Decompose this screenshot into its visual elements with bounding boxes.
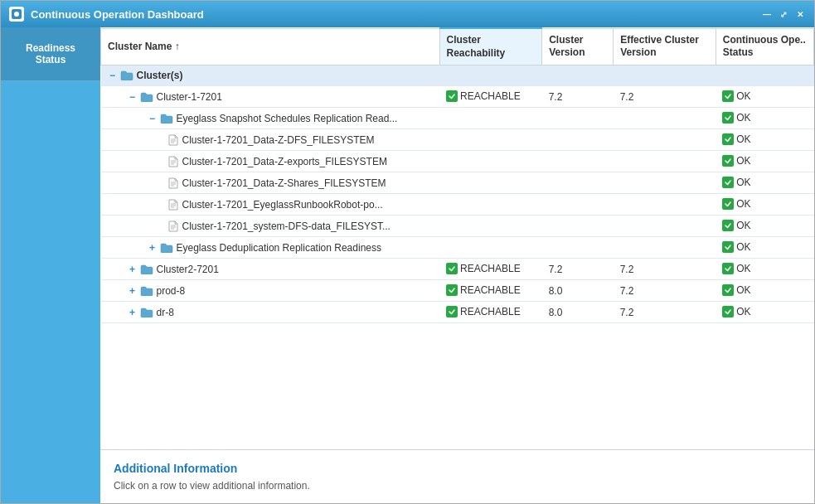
expand-icon[interactable]: +	[128, 308, 138, 317]
table-row[interactable]: + prod-8 REACHABLE 8.0 7.2 OK	[101, 280, 814, 302]
green-status-icon	[446, 306, 458, 317]
effective-version-cell	[614, 237, 716, 259]
status-badge: OK	[722, 155, 750, 167]
status-cell: OK	[716, 302, 813, 323]
status-cell: OK	[716, 86, 813, 108]
status-cell: OK	[716, 237, 813, 259]
green-status-icon	[722, 284, 734, 296]
table-row[interactable]: Cluster-1-7201_Data-Z-DFS_FILESYSTEM OK	[101, 129, 814, 151]
status-badge: OK	[722, 284, 750, 296]
status-badge: OK	[722, 263, 750, 274]
table-row[interactable]: Cluster-1-7201_Data-Z-exports_FILESYSTEM…	[101, 151, 814, 172]
status-badge: REACHABLE	[446, 306, 521, 317]
cluster-name-cell: − Eyeglass Snapshot Schedules Replicatio…	[101, 108, 440, 129]
status-badge: OK	[722, 133, 750, 145]
cluster-version-cell: 8.0	[542, 302, 614, 323]
folder-icon	[160, 114, 173, 124]
collapse-icon[interactable]: −	[148, 114, 158, 124]
cluster-name-cell: Cluster-1-7201_system-DFS-data_FILESYST.…	[101, 216, 440, 237]
info-panel: Additional Information Click on a row to…	[100, 449, 814, 503]
sidebar: Readiness Status	[1, 27, 100, 503]
status-cell: OK	[716, 172, 813, 194]
status-badge: OK	[722, 241, 750, 253]
folder-icon	[140, 308, 153, 317]
file-icon	[167, 177, 179, 189]
folder-icon	[140, 286, 153, 296]
svg-point-1	[14, 12, 19, 17]
cluster-version-cell: 7.2	[542, 259, 614, 280]
cluster-name-cell: + Eyeglass Deduplication Replication Rea…	[101, 237, 440, 259]
green-status-icon	[722, 155, 734, 167]
green-status-icon	[446, 263, 458, 274]
folder-icon	[120, 70, 133, 80]
cluster-version-cell: 7.2	[542, 86, 614, 108]
cluster-name-cell: + dr-8	[101, 302, 440, 323]
table-row[interactable]: Cluster-1-7201_system-DFS-data_FILESYST.…	[101, 216, 814, 237]
expand-icon[interactable]: +	[128, 264, 138, 274]
sidebar-item-readiness-status[interactable]: Readiness Status	[1, 27, 100, 81]
table-row[interactable]: − Cluster(s)	[101, 65, 814, 86]
green-status-icon	[722, 112, 734, 124]
col-cluster-reachability[interactable]: Cluster Reachability	[439, 28, 542, 65]
green-status-icon	[446, 284, 458, 296]
minimize-button[interactable]: —	[761, 8, 773, 20]
reachability-cell	[439, 129, 542, 151]
status-badge: REACHABLE	[446, 90, 521, 102]
group-name-cell: − Cluster(s)	[101, 65, 814, 86]
green-status-icon	[722, 263, 734, 274]
reachability-cell	[439, 172, 542, 194]
status-cell: OK	[716, 259, 813, 280]
info-panel-text: Click on a row to view additional inform…	[114, 480, 801, 492]
cluster-name-cell: Cluster-1-7201_Data-Z-DFS_FILESYSTEM	[101, 129, 440, 151]
green-status-icon	[722, 90, 734, 102]
status-badge: REACHABLE	[446, 284, 521, 296]
close-button[interactable]: ✕	[794, 8, 806, 20]
status-cell: OK	[716, 280, 813, 302]
table-row[interactable]: + Eyeglass Deduplication Replication Rea…	[101, 237, 814, 259]
main-area: Readiness Status Cluster Name ↑ Cluster …	[1, 27, 814, 503]
window-controls: — ⤢ ✕	[761, 8, 806, 20]
collapse-icon[interactable]: −	[128, 92, 138, 102]
col-continuous-ope-status[interactable]: Continuous Ope.. Status	[716, 28, 813, 65]
folder-icon	[140, 264, 153, 274]
effective-version-cell	[614, 129, 716, 151]
cluster-version-cell	[542, 194, 614, 216]
window: Continuous Operation Dashboard — ⤢ ✕ Rea…	[0, 0, 815, 504]
effective-version-cell: 7.2	[614, 302, 716, 323]
green-status-icon	[722, 177, 734, 188]
collapse-icon[interactable]: −	[108, 70, 118, 80]
titlebar: Continuous Operation Dashboard — ⤢ ✕	[1, 1, 814, 27]
expand-icon[interactable]: +	[128, 286, 138, 296]
table-row[interactable]: − Eyeglass Snapshot Schedules Replicatio…	[101, 108, 814, 129]
file-icon	[167, 134, 179, 146]
table-row[interactable]: Cluster-1-7201_Data-Z-Shares_FILESYSTEM …	[101, 172, 814, 194]
effective-version-cell	[614, 151, 716, 172]
reachability-cell: REACHABLE	[439, 86, 542, 108]
cluster-version-cell	[542, 108, 614, 129]
cluster-name-cell: − Cluster-1-7201	[101, 86, 440, 108]
cluster-version-cell	[542, 172, 614, 194]
effective-version-cell	[614, 108, 716, 129]
green-status-icon	[722, 306, 734, 317]
status-cell: OK	[716, 216, 813, 237]
window-title: Continuous Operation Dashboard	[31, 8, 761, 21]
reachability-cell	[439, 108, 542, 129]
green-status-icon	[722, 198, 734, 210]
app-icon	[9, 7, 24, 22]
table-row[interactable]: − Cluster-1-7201 REACHABLE 7.2 7.2 OK	[101, 86, 814, 108]
maximize-button[interactable]: ⤢	[778, 8, 789, 20]
col-cluster-version[interactable]: Cluster Version	[542, 28, 614, 65]
expand-icon[interactable]: +	[148, 243, 158, 253]
table-container[interactable]: Cluster Name ↑ Cluster Reachability Clus…	[100, 27, 814, 449]
reachability-cell: REACHABLE	[439, 259, 542, 280]
col-cluster-name[interactable]: Cluster Name ↑	[101, 28, 440, 65]
reachability-cell: REACHABLE	[439, 302, 542, 323]
green-status-icon	[722, 241, 734, 253]
effective-version-cell	[614, 194, 716, 216]
col-effective-cluster-version[interactable]: Effective Cluster Version	[614, 28, 716, 65]
table-row[interactable]: + Cluster2-7201 REACHABLE 7.2 7.2 OK	[101, 259, 814, 280]
table-row[interactable]: Cluster-1-7201_EyeglassRunbookRobot-po..…	[101, 194, 814, 216]
table-row[interactable]: + dr-8 REACHABLE 8.0 7.2 OK	[101, 302, 814, 323]
folder-icon	[140, 92, 153, 102]
status-badge: OK	[722, 90, 750, 102]
